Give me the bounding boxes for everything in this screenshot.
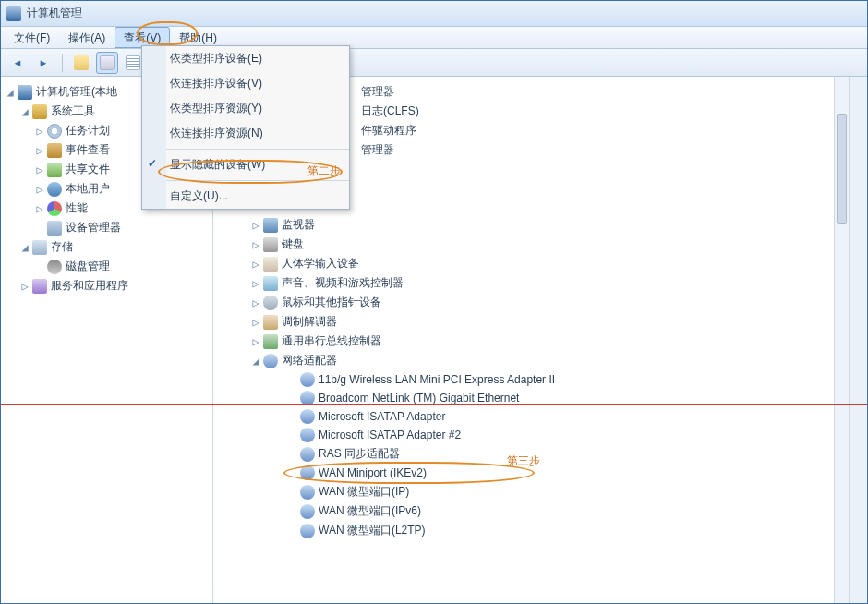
expander-icon[interactable]: ▷ — [34, 125, 45, 138]
network-adapter-row[interactable]: WAN Miniport (IKEv2) — [243, 464, 841, 482]
network-adapter-label: WAN Miniport (IKEv2) — [319, 466, 427, 479]
expander-icon[interactable]: ◢ — [19, 105, 30, 118]
arrow-left-icon — [13, 56, 23, 69]
storage-icon — [32, 240, 47, 255]
menu-action[interactable]: 操作(A) — [59, 27, 115, 48]
device-category-row[interactable]: ◢网络适配器 — [221, 351, 841, 370]
window-title: 计算机管理 — [27, 6, 82, 21]
toolbar — [1, 49, 867, 77]
network-adapter-label: 11b/g Wireless LAN Mini PCI Express Adap… — [319, 373, 555, 386]
menu-item-by-type-resources[interactable]: 依类型排序资源(Y) — [166, 96, 349, 121]
expander-icon[interactable]: ▷ — [19, 280, 30, 293]
expander-icon — [287, 392, 298, 405]
folder-icon — [74, 55, 89, 70]
device-category-row[interactable]: ▷通用串行总线控制器 — [221, 332, 841, 351]
nav-back-button[interactable] — [6, 52, 29, 74]
network-adapter-icon — [300, 447, 315, 462]
menu-item-by-conn-resources[interactable]: 依连接排序资源(N) — [166, 121, 349, 146]
device-category-icon — [263, 257, 278, 272]
network-adapter-icon — [300, 409, 315, 424]
network-adapter-row[interactable]: RAS 同步适配器 — [243, 444, 841, 464]
expander-icon[interactable]: ▷ — [250, 258, 261, 271]
device-row-partial[interactable]: 管理器 — [359, 140, 841, 160]
view-dropdown: 依类型排序设备(E) 依连接排序设备(V) 依类型排序资源(Y) 依连接排序资源… — [141, 45, 350, 210]
network-adapter-row[interactable]: WAN 微型端口(IPv6) — [243, 501, 841, 521]
network-adapter-label: WAN 微型端口(L2TP) — [319, 523, 426, 538]
scrollbar-thumb[interactable] — [837, 114, 847, 224]
tree-storage[interactable]: ◢ 存储 — [5, 237, 209, 257]
expander-icon[interactable]: ▷ — [34, 202, 45, 215]
expander-icon[interactable]: ▷ — [250, 219, 261, 232]
device-category-label: 网络适配器 — [282, 353, 337, 368]
menu-item-by-type-devices[interactable]: 依类型排序设备(E) — [166, 46, 349, 71]
tree-services-apps[interactable]: ▷ 服务和应用程序 — [5, 276, 209, 296]
expander-icon[interactable] — [34, 260, 45, 273]
network-adapter-label: WAN 微型端口(IPv6) — [319, 503, 421, 519]
computer-management-window: 计算机管理 文件(F) 操作(A) 查看(V) 帮助(H) 依类型排序设备(E)… — [0, 0, 868, 604]
device-category-icon — [263, 276, 278, 291]
tree-label: 事件查看 — [66, 142, 110, 158]
view-button[interactable] — [96, 52, 118, 74]
menu-item-show-hidden[interactable]: ✓ 显示隐藏的设备(W) — [166, 152, 349, 177]
device-category-row[interactable]: ▷调制解调器 — [221, 312, 841, 332]
titlebar: 计算机管理 — [1, 1, 867, 27]
up-button[interactable] — [70, 52, 92, 74]
network-adapter-row[interactable]: Broadcom NetLink (TM) Gigabit Ethernet — [243, 389, 841, 407]
device-category-row[interactable]: ▷鼠标和其他指针设备 — [221, 293, 841, 312]
device-row-partial[interactable]: 件驱动程序 — [359, 121, 841, 140]
expander-icon[interactable]: ◢ — [5, 86, 16, 99]
network-adapter-row[interactable]: WAN 微型端口(IP) — [243, 482, 841, 501]
device-category-label: 键盘 — [282, 236, 304, 252]
tree-label: 计算机管理(本地 — [36, 84, 117, 100]
network-adapter-label: Microsoft ISATAP Adapter — [319, 410, 445, 423]
device-category-row[interactable]: ▷监视器 — [221, 215, 841, 235]
expander-icon[interactable]: ▷ — [34, 144, 45, 157]
expander-icon — [287, 486, 298, 499]
tree-label: 服务和应用程序 — [51, 278, 128, 294]
view-icon — [100, 55, 115, 70]
tree-label: 性能 — [66, 200, 88, 216]
device-category-row[interactable]: ▷声音、视频和游戏控制器 — [221, 273, 841, 293]
expander-icon[interactable]: ▷ — [250, 277, 261, 290]
device-category-label: 通用串行总线控制器 — [282, 333, 381, 349]
right-rail — [849, 77, 867, 603]
performance-icon — [47, 201, 62, 216]
tools-icon — [32, 104, 47, 119]
device-category-row[interactable]: ▷人体学输入设备 — [221, 254, 841, 273]
expander-icon[interactable]: ▷ — [34, 163, 45, 176]
tree-label: 共享文件 — [66, 162, 110, 177]
device-category-icon — [263, 315, 278, 330]
device-category-icon — [263, 296, 278, 310]
network-adapter-row[interactable]: WAN 微型端口(L2TP) — [243, 521, 841, 540]
expander-icon[interactable] — [34, 222, 45, 235]
disk-icon — [47, 260, 62, 274]
expander-icon[interactable]: ▷ — [34, 183, 45, 196]
menu-file[interactable]: 文件(F) — [5, 27, 59, 48]
expander-icon[interactable]: ▷ — [250, 296, 261, 309]
device-row-partial[interactable]: 管理器 — [359, 82, 841, 102]
clock-icon — [47, 124, 62, 139]
device-category-icon — [263, 354, 278, 368]
tree-label: 本地用户 — [66, 181, 110, 197]
expander-icon[interactable]: ▷ — [250, 335, 261, 348]
expander-icon[interactable]: ▷ — [250, 238, 261, 251]
menu-item-customize[interactable]: 自定义(U)... — [166, 184, 349, 209]
network-adapter-row[interactable]: 11b/g Wireless LAN Mini PCI Express Adap… — [243, 370, 841, 389]
expander-icon[interactable]: ◢ — [19, 241, 30, 254]
menu-separator — [166, 180, 349, 181]
network-adapter-label: RAS 同步适配器 — [319, 446, 400, 462]
network-adapter-label: Broadcom NetLink (TM) Gigabit Ethernet — [319, 392, 519, 405]
expander-icon[interactable]: ▷ — [250, 316, 261, 329]
scrollbar[interactable] — [834, 77, 849, 603]
tree-device-manager[interactable]: 设备管理器 — [5, 218, 209, 237]
tree-label: 存储 — [51, 239, 73, 255]
device-category-row[interactable]: ▷键盘 — [221, 235, 841, 254]
network-adapter-row[interactable]: Microsoft ISATAP Adapter — [243, 407, 841, 426]
device-row-partial[interactable]: 日志(CLFS) — [359, 102, 841, 121]
nav-forward-button[interactable] — [32, 52, 54, 74]
menu-item-by-conn-devices[interactable]: 依连接排序设备(V) — [166, 71, 349, 96]
network-adapter-row[interactable]: Microsoft ISATAP Adapter #2 — [243, 426, 841, 444]
tree-disk-management[interactable]: 磁盘管理 — [5, 257, 209, 276]
expander-icon[interactable]: ◢ — [250, 355, 261, 368]
device-label: 件驱动程序 — [361, 123, 416, 139]
